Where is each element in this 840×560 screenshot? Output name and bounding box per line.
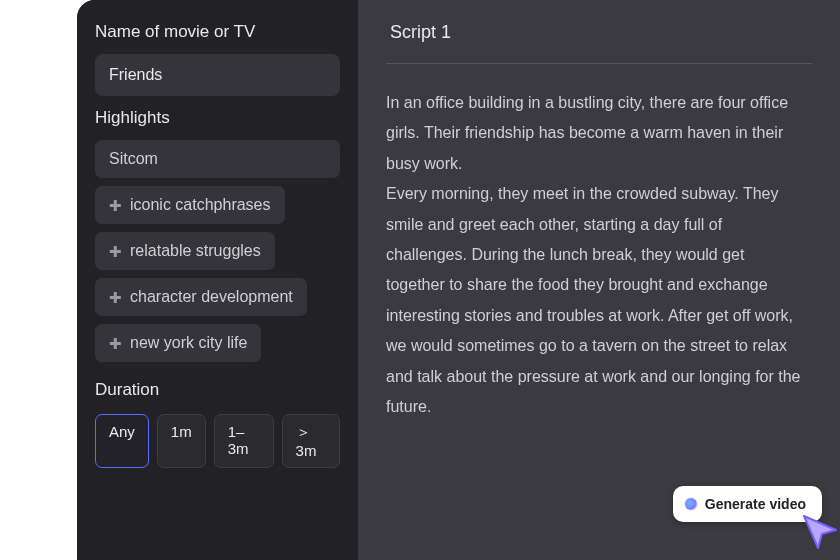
chip-label: Sitcom [109, 150, 158, 168]
chip-label: relatable struggles [130, 242, 261, 260]
sparkle-icon [685, 498, 697, 510]
duration-option-any[interactable]: Any [95, 414, 149, 468]
plus-icon: ✚ [109, 290, 122, 305]
duration-option-gt3m[interactable]: ＞3m [282, 414, 340, 468]
chip-label: iconic catchphrases [130, 196, 271, 214]
chip-label: character development [130, 288, 293, 306]
app-window: Name of movie or TV Friends Highlights S… [77, 0, 840, 560]
highlight-suggestion[interactable]: ✚ new york city life [95, 324, 261, 362]
divider [386, 63, 812, 64]
highlight-chip-primary[interactable]: Sitcom [95, 140, 340, 178]
duration-option-1m[interactable]: 1m [157, 414, 206, 468]
duration-option-1-3m[interactable]: 1–3m [214, 414, 274, 468]
script-title: Script 1 [386, 22, 812, 63]
highlight-suggestion[interactable]: ✚ character development [95, 278, 307, 316]
name-input[interactable]: Friends [95, 54, 340, 96]
highlight-suggestion[interactable]: ✚ iconic catchphrases [95, 186, 285, 224]
main-panel: Script 1 In an office building in a bust… [358, 0, 840, 560]
plus-icon: ✚ [109, 244, 122, 259]
generate-video-label: Generate video [705, 496, 806, 512]
duration-label: Duration [95, 380, 340, 400]
highlight-suggestion[interactable]: ✚ relatable struggles [95, 232, 275, 270]
highlights-chips: Sitcom ✚ iconic catchphrases ✚ relatable… [95, 140, 340, 362]
highlights-label: Highlights [95, 108, 340, 128]
chip-label: new york city life [130, 334, 247, 352]
plus-icon: ✚ [109, 198, 122, 213]
name-label: Name of movie or TV [95, 22, 340, 42]
plus-icon: ✚ [109, 336, 122, 351]
cursor-icon [798, 510, 840, 554]
sidebar: Name of movie or TV Friends Highlights S… [77, 0, 358, 560]
script-body[interactable]: In an office building in a bustling city… [386, 88, 812, 422]
duration-options: Any 1m 1–3m ＞3m [95, 414, 340, 468]
